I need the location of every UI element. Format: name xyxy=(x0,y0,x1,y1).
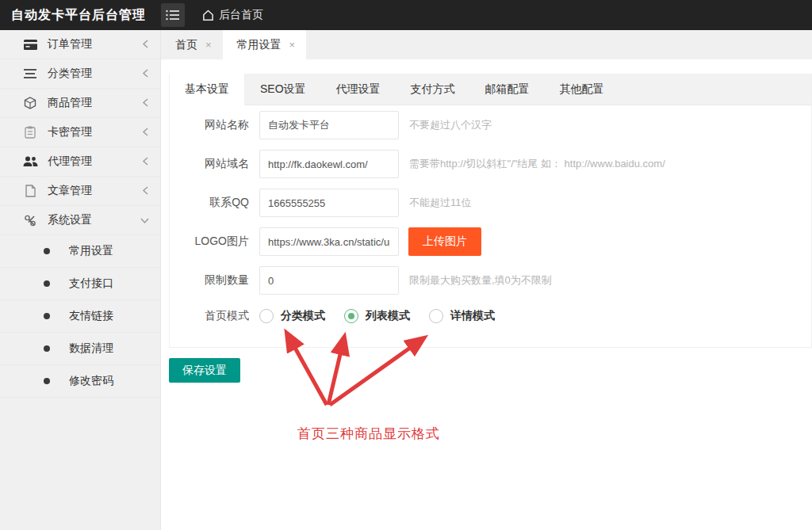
radio-label: 列表模式 xyxy=(366,309,410,323)
form-row-contact-qq: 联系QQ 不能超过11位 xyxy=(170,189,811,217)
chevron-left-icon xyxy=(142,126,149,139)
sidebar-subitem-label: 数据清理 xyxy=(69,341,113,356)
field-label: 首页模式 xyxy=(170,309,259,323)
home-nav[interactable]: 后台首页 xyxy=(202,8,263,22)
sidebar-item-label: 商品管理 xyxy=(48,96,142,110)
form-row-logo-image: LOGO图片 上传图片 xyxy=(170,227,811,256)
sidebar-subitem-change-password[interactable]: 修改密码 xyxy=(0,365,160,398)
tab-seo-settings[interactable]: SEO设置 xyxy=(245,74,321,105)
home-icon xyxy=(202,10,214,21)
topbar: 自动发卡平台后台管理 后台首页 xyxy=(0,0,812,30)
chevron-left-icon xyxy=(142,155,149,168)
sidebar-item-label: 文章管理 xyxy=(48,184,142,198)
tab-payment-methods[interactable]: 支付方式 xyxy=(396,74,470,105)
sidebar-item-categories[interactable]: 分类管理 xyxy=(0,59,160,89)
tab-home[interactable]: 首页 × xyxy=(161,30,223,59)
article-icon xyxy=(22,184,38,198)
field-label: 网站名称 xyxy=(170,118,259,132)
field-hint: 需要带http://切以斜杠"/"结尾 如： http://www.baidu.… xyxy=(409,157,665,171)
open-tabs-bar: 首页 × 常用设置 × xyxy=(161,30,812,59)
product-icon xyxy=(22,96,38,110)
field-label: 网站域名 xyxy=(170,157,259,171)
form-row-site-domain: 网站域名 需要带http://切以斜杠"/"结尾 如： http://www.b… xyxy=(170,150,811,178)
sidebar-item-orders[interactable]: 订单管理 xyxy=(0,30,160,59)
site-domain-input[interactable] xyxy=(259,150,399,178)
order-icon xyxy=(22,37,38,51)
chevron-left-icon xyxy=(142,38,149,51)
tab-common-settings[interactable]: 常用设置 × xyxy=(223,30,307,59)
tab-agent-settings[interactable]: 代理设置 xyxy=(321,74,396,105)
sidebar-subitem-friend-links[interactable]: 友情链接 xyxy=(0,300,160,333)
field-hint: 不能超过11位 xyxy=(409,196,472,210)
sidebar-subitem-label: 支付接口 xyxy=(69,276,113,291)
field-label: 限制数量 xyxy=(170,273,259,288)
tab-mailbox-config[interactable]: 邮箱配置 xyxy=(470,74,545,105)
upload-image-button[interactable]: 上传图片 xyxy=(408,227,481,256)
sidebar-item-label: 订单管理 xyxy=(48,37,142,51)
sidebar-item-label: 卡密管理 xyxy=(48,125,142,139)
form-row-site-name: 网站名称 不要超过八个汉字 xyxy=(170,111,811,139)
sidebar-subitem-data-cleanup[interactable]: 数据清理 xyxy=(0,333,160,365)
field-label: 联系QQ xyxy=(170,196,259,210)
site-name-input[interactable] xyxy=(259,111,399,139)
close-icon[interactable]: × xyxy=(205,39,212,51)
card-icon xyxy=(22,125,38,139)
settings-tabs: 基本设置 SEO设置 代理设置 支付方式 邮箱配置 其他配置 xyxy=(170,74,811,105)
sidebar-item-agents[interactable]: 代理管理 xyxy=(0,147,160,177)
contact-qq-input[interactable] xyxy=(259,189,399,217)
logo-url-input[interactable] xyxy=(259,227,399,256)
radio-list-mode[interactable]: 列表模式 xyxy=(344,309,410,323)
sidebar-subitem-common-settings[interactable]: 常用设置 xyxy=(0,235,160,268)
sidebar-item-products[interactable]: 商品管理 xyxy=(0,89,160,118)
radio-label: 详情模式 xyxy=(450,309,495,323)
field-label: LOGO图片 xyxy=(170,234,259,249)
radio-detail-mode[interactable]: 详情模式 xyxy=(429,309,495,323)
tab-label: 首页 xyxy=(175,38,197,52)
chevron-left-icon xyxy=(142,185,149,197)
category-icon xyxy=(22,67,38,81)
sidebar-subitem-label: 修改密码 xyxy=(69,374,113,388)
field-hint: 不要超过八个汉字 xyxy=(409,118,492,132)
bullet-icon xyxy=(44,345,50,352)
bullet-icon xyxy=(44,248,50,254)
form-row-limit-quantity: 限制数量 限制最大购买数量,填0为不限制 xyxy=(170,266,811,295)
hamburger-icon xyxy=(166,10,180,21)
annotation-text: 首页三种商品显示格式 xyxy=(297,425,440,443)
save-settings-button[interactable]: 保存设置 xyxy=(169,358,240,383)
sidebar-item-label: 分类管理 xyxy=(48,67,142,81)
sidebar-subitem-label: 常用设置 xyxy=(69,244,113,258)
chevron-left-icon xyxy=(142,97,149,109)
radio-unchecked-icon xyxy=(259,309,274,323)
close-icon[interactable]: × xyxy=(289,39,296,51)
form-row-home-mode: 首页模式 分类模式 列表模式 详情模式 xyxy=(170,309,811,323)
settings-icon xyxy=(22,213,38,227)
sidebar-item-system-settings[interactable]: 系统设置 xyxy=(0,206,160,235)
app-title: 自动发卡平台后台管理 xyxy=(0,7,161,24)
bullet-icon xyxy=(44,313,50,319)
chevron-down-icon xyxy=(140,214,149,227)
tab-basic-settings[interactable]: 基本设置 xyxy=(170,74,245,105)
sidebar-item-cards[interactable]: 卡密管理 xyxy=(0,118,160,147)
radio-unchecked-icon xyxy=(429,309,443,323)
sidebar-item-label: 代理管理 xyxy=(48,154,142,169)
tab-other-config[interactable]: 其他配置 xyxy=(545,74,619,105)
menu-toggle-button[interactable] xyxy=(161,3,185,27)
agent-icon xyxy=(22,154,38,169)
home-nav-label: 后台首页 xyxy=(219,8,263,22)
sidebar-item-articles[interactable]: 文章管理 xyxy=(0,177,160,206)
main-area: 首页 × 常用设置 × 基本设置 SEO设置 代理设置 支付方式 邮箱配置 其他… xyxy=(161,30,812,530)
sidebar-subitem-label: 友情链接 xyxy=(69,309,113,323)
basic-settings-form: 网站名称 不要超过八个汉字 网站域名 需要带http://切以斜杠"/"结尾 如… xyxy=(170,105,811,347)
sidebar-subitem-payment-interface[interactable]: 支付接口 xyxy=(0,268,160,300)
settings-panel: 基本设置 SEO设置 代理设置 支付方式 邮箱配置 其他配置 网站名称 不要超过… xyxy=(169,74,812,348)
bullet-icon xyxy=(44,378,50,384)
tab-label: 常用设置 xyxy=(237,38,282,52)
radio-category-mode[interactable]: 分类模式 xyxy=(259,309,325,323)
bullet-icon xyxy=(44,280,50,287)
sidebar: 订单管理 分类管理 商品管理 卡密管理 xyxy=(0,30,161,530)
field-hint: 限制最大购买数量,填0为不限制 xyxy=(409,273,552,288)
sidebar-item-label: 系统设置 xyxy=(48,213,140,227)
limit-quantity-input[interactable] xyxy=(259,266,399,295)
radio-label: 分类模式 xyxy=(281,309,325,323)
chevron-left-icon xyxy=(142,67,149,80)
